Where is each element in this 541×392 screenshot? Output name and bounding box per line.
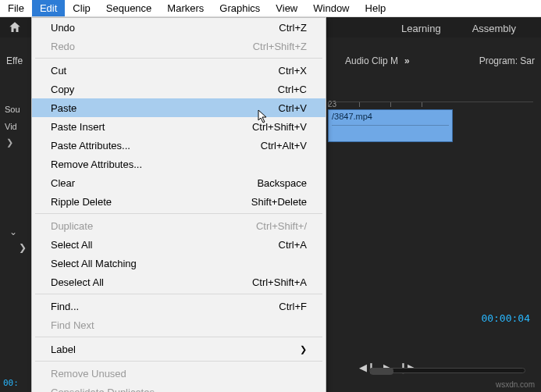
audio-clip-label: Audio Clip M — [345, 55, 398, 66]
menu-item-label: Label — [51, 344, 76, 355]
menu-item-label: Paste Insert — [51, 121, 105, 133]
zoom-thumb[interactable] — [370, 368, 393, 375]
menu-item-shortcut: Ctrl+Shift+/ — [256, 220, 307, 232]
menu-separator — [35, 213, 322, 214]
menu-item-label[interactable]: Label❯ — [32, 340, 326, 358]
menu-item-shortcut: Ctrl+Z — [279, 22, 307, 34]
timeline-ruler[interactable] — [328, 102, 533, 109]
source-panel-label: Sou — [3, 103, 22, 116]
menu-item-deselect-all[interactable]: Deselect AllCtrl+Shift+A — [32, 273, 326, 291]
menu-item-label: Duplicate — [51, 220, 93, 232]
menu-file[interactable]: File — [0, 0, 32, 16]
project-tree-expand[interactable]: ⌄ — [9, 226, 17, 237]
menu-separator — [35, 361, 322, 362]
project-tree-child[interactable]: ❯ — [19, 242, 27, 253]
menu-item-label: Select All — [51, 239, 92, 251]
zoom-scrollbar[interactable] — [369, 368, 525, 373]
menu-item-redo: RedoCtrl+Shift+Z — [32, 37, 326, 55]
menu-item-label: Remove Unused — [51, 368, 126, 380]
menu-item-select-all-matching[interactable]: Select All Matching — [32, 254, 326, 273]
menu-item-label: Select All Matching — [51, 258, 137, 269]
menu-separator — [35, 58, 322, 59]
menu-item-paste-insert[interactable]: Paste InsertCtrl+Shift+V — [32, 117, 326, 136]
menu-clip[interactable]: Clip — [65, 0, 98, 16]
home-icon[interactable] — [8, 20, 22, 34]
menu-item-shortcut: Ctrl+F — [279, 301, 307, 312]
menu-item-label: Consolidate Duplicates — [51, 387, 155, 393]
menu-item-shortcut: Ctrl+Alt+V — [261, 140, 307, 151]
menu-item-shortcut: Ctrl+A — [279, 239, 307, 251]
menubar: File Edit Clip Sequence Markers Graphics… — [0, 0, 541, 17]
menu-item-shortcut: Backspace — [257, 177, 307, 189]
program-monitor-tab[interactable]: Program: Sar — [478, 52, 536, 69]
watermark: wsxdn.com — [496, 380, 535, 389]
menu-item-label: Deselect All — [51, 276, 104, 288]
menu-item-remove-unused: Remove Unused — [32, 364, 326, 383]
workspace-tabs: Learning Assembly — [386, 17, 532, 41]
clip-video-track: /3847.mp4 — [332, 112, 449, 126]
menu-view[interactable]: View — [268, 0, 305, 16]
timeline-clip[interactable]: /3847.mp4 — [328, 109, 453, 142]
effects-panel-tab[interactable]: Effe — [3, 52, 26, 69]
menu-item-shortcut: Ctrl+V — [279, 102, 307, 114]
submenu-chevron-icon: ❯ — [300, 344, 307, 355]
menu-item-label: Undo — [51, 22, 75, 34]
menu-help[interactable]: Help — [358, 0, 394, 16]
menu-graphics[interactable]: Graphics — [212, 0, 268, 16]
workspace-learning[interactable]: Learning — [386, 17, 457, 41]
menu-item-label: Find Next — [51, 319, 94, 331]
menu-markers[interactable]: Markers — [159, 0, 212, 16]
menu-item-shortcut: Ctrl+Shift+V — [252, 121, 307, 133]
workspace-assembly[interactable]: Assembly — [457, 17, 532, 41]
menu-item-label: Find... — [51, 301, 79, 312]
menu-sequence[interactable]: Sequence — [98, 0, 160, 16]
menu-item-clear[interactable]: ClearBackspace — [32, 173, 326, 192]
menu-item-shortcut: Shift+Delete — [251, 196, 307, 208]
menu-item-duplicate: DuplicateCtrl+Shift+/ — [32, 216, 326, 235]
chevron-down-icon: ⌄ — [9, 226, 17, 237]
menu-item-undo[interactable]: UndoCtrl+Z — [32, 18, 326, 37]
menu-item-shortcut: Ctrl+X — [279, 65, 307, 77]
menu-item-label: Paste — [51, 102, 77, 114]
sequence-timecode[interactable]: 00: — [3, 378, 19, 388]
edit-dropdown: UndoCtrl+ZRedoCtrl+Shift+ZCutCtrl+XCopyC… — [31, 17, 326, 392]
menu-item-label: Remove Attributes... — [51, 159, 142, 170]
menu-item-paste-attributes[interactable]: Paste Attributes...Ctrl+Alt+V — [32, 136, 326, 155]
menu-item-copy[interactable]: CopyCtrl+C — [32, 80, 326, 98]
menu-item-shortcut: Ctrl+Shift+A — [252, 276, 307, 288]
menu-item-shortcut: Ctrl+C — [278, 84, 307, 95]
menu-item-label: Copy — [51, 84, 74, 95]
menu-item-consolidate-duplicates: Consolidate Duplicates — [32, 383, 326, 392]
menu-item-find-next: Find Next — [32, 315, 326, 334]
menu-item-find[interactable]: Find...Ctrl+F — [32, 297, 326, 315]
menu-window[interactable]: Window — [305, 0, 357, 16]
menu-item-ripple-delete[interactable]: Ripple DeleteShift+Delete — [32, 192, 326, 211]
menu-item-label: Paste Attributes... — [51, 140, 130, 151]
menu-item-remove-attributes[interactable]: Remove Attributes... — [32, 155, 326, 173]
menu-edit[interactable]: Edit — [32, 0, 65, 16]
expand-row-icon[interactable]: ❯ — [6, 137, 13, 148]
audio-clip-mixer-tab[interactable]: Audio Clip M » — [343, 52, 411, 69]
menu-separator — [35, 337, 322, 337]
menu-item-select-all[interactable]: Select AllCtrl+A — [32, 235, 326, 254]
menu-item-cut[interactable]: CutCtrl+X — [32, 61, 326, 80]
menu-item-label: Redo — [51, 41, 75, 52]
menu-separator — [35, 294, 322, 294]
program-timecode[interactable]: 00:00:04 — [481, 312, 530, 324]
video-section-label: Vid — [3, 120, 19, 133]
overflow-chevron-icon[interactable]: » — [404, 55, 410, 66]
menu-item-label: Cut — [51, 65, 66, 77]
menu-item-label: Ripple Delete — [51, 196, 112, 208]
menu-item-label: Clear — [51, 177, 75, 189]
menu-item-paste[interactable]: PasteCtrl+V — [32, 98, 326, 117]
menu-item-shortcut: Ctrl+Shift+Z — [253, 41, 307, 52]
